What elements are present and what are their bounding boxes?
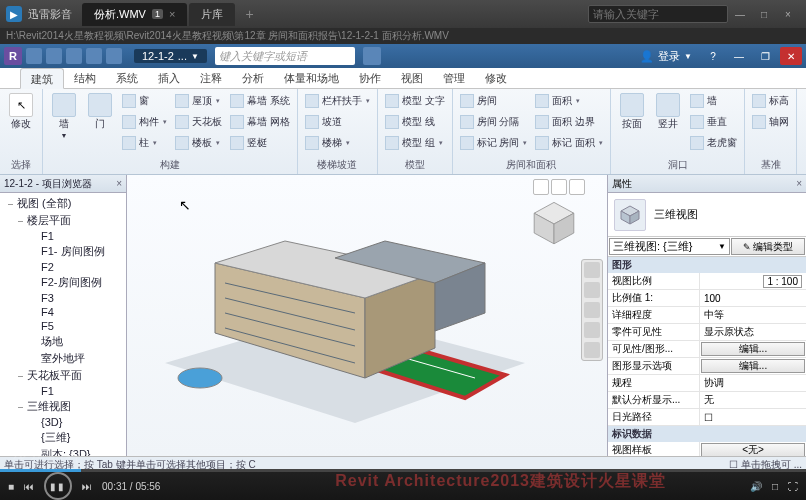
player-close-icon[interactable]: × (776, 9, 800, 20)
view-min-icon[interactable] (533, 179, 549, 195)
orbit-icon[interactable] (584, 322, 600, 338)
tree-node[interactable]: F2 (0, 260, 126, 274)
edit-type-button[interactable]: ✎ 编辑类型 (731, 238, 805, 255)
ribbon-tab-struct[interactable]: 结构 (64, 68, 106, 88)
view-max-icon[interactable] (551, 179, 567, 195)
tree-node[interactable]: F4 (0, 305, 126, 319)
pan-icon[interactable] (584, 282, 600, 298)
qat-print-icon[interactable] (106, 48, 122, 64)
tree-node[interactable]: F3 (0, 291, 126, 305)
props-value[interactable]: ☐ (700, 409, 806, 425)
door-button[interactable]: 门 (83, 91, 117, 129)
close-icon[interactable]: × (169, 8, 175, 20)
wall-button[interactable]: 墙▼ (47, 91, 81, 141)
signin-button[interactable]: 👤 登录 ▼ (634, 49, 698, 64)
player-tab-video[interactable]: 份析.WMV 1 × (82, 3, 187, 26)
ribbon-tab-sys[interactable]: 系统 (106, 68, 148, 88)
ribbon-tab-view[interactable]: 视图 (391, 68, 433, 88)
infocenter-icon[interactable] (363, 47, 381, 65)
tree-node[interactable]: F1 (0, 384, 126, 398)
set-button[interactable]: 设置 (801, 91, 806, 129)
props-value-button[interactable]: 编辑... (701, 342, 805, 356)
next-icon[interactable]: ⏭ (82, 481, 92, 492)
browser-tree[interactable]: –视图 (全部)–楼层平面F1F1- 房间图例F2F2-房间图例F3F4F5场地… (0, 193, 126, 456)
props-value-button[interactable]: <无> (701, 443, 805, 456)
ribbon-tab-annot[interactable]: 注释 (190, 68, 232, 88)
fullscreen-icon[interactable]: ⛶ (788, 481, 798, 492)
open-icon[interactable]: □ (772, 481, 778, 492)
ribbon-tab-analyze[interactable]: 分析 (232, 68, 274, 88)
props-value-button[interactable]: 编辑... (701, 359, 805, 373)
props-value[interactable]: 协调 (700, 375, 806, 391)
area-button[interactable]: 面积▾ (532, 91, 606, 111)
tree-node[interactable]: –楼层平面 (0, 212, 126, 229)
grid-button[interactable]: 轴网 (749, 112, 792, 132)
props-value[interactable]: 中等 (700, 307, 806, 323)
tag-room-button[interactable]: 标记 房间▾ (457, 133, 531, 153)
view-close-icon[interactable] (569, 179, 585, 195)
zoom-icon[interactable] (584, 302, 600, 318)
tree-node[interactable]: F1 (0, 229, 126, 243)
vertical-button[interactable]: 垂直 (687, 112, 740, 132)
props-value[interactable]: 显示原状态 (700, 324, 806, 340)
tree-node[interactable]: –三维视图 (0, 398, 126, 415)
player-max-icon[interactable]: □ (752, 9, 776, 20)
tag-area-button[interactable]: 标记 面积▾ (532, 133, 606, 153)
tree-node[interactable]: 室外地坪 (0, 350, 126, 367)
play-pause-button[interactable]: ▮▮ (44, 472, 72, 500)
wall-opening-button[interactable]: 墙 (687, 91, 740, 111)
help-icon[interactable]: ? (702, 47, 724, 65)
building-model[interactable] (155, 213, 535, 433)
viewcube[interactable] (527, 197, 581, 251)
by-face-button[interactable]: 按面 (615, 91, 649, 129)
shaft-button[interactable]: 竖井 (651, 91, 685, 129)
component-button[interactable]: 构件▾ (119, 112, 170, 132)
model-text-button[interactable]: 模型 文字 (382, 91, 448, 111)
ramp-button[interactable]: 坡道 (302, 112, 373, 132)
stair-button[interactable]: 楼梯▾ (302, 133, 373, 153)
props-value[interactable]: 无 (700, 392, 806, 408)
roof-button[interactable]: 屋顶▾ (172, 91, 225, 111)
props-value[interactable]: 1 : 100 (700, 273, 806, 289)
tree-node[interactable]: {3D} (0, 415, 126, 429)
area-boundary-button[interactable]: 面积 边界 (532, 112, 606, 132)
tree-node[interactable]: F2-房间图例 (0, 274, 126, 291)
ceiling-button[interactable]: 天花板 (172, 112, 225, 132)
level-button[interactable]: 标高 (749, 91, 792, 111)
props-value[interactable]: 100 (700, 290, 806, 306)
player-tab-library[interactable]: 片库 (189, 3, 235, 26)
volume-icon[interactable]: 🔊 (750, 481, 762, 492)
ribbon-tab-insert[interactable]: 插入 (148, 68, 190, 88)
steering-wheel-icon[interactable] (584, 262, 600, 278)
ribbon-tab-modify[interactable]: 修改 (475, 68, 517, 88)
room-button[interactable]: 房间 (457, 91, 531, 111)
qat-redo-icon[interactable] (86, 48, 102, 64)
dormer-button[interactable]: 老虎窗 (687, 133, 740, 153)
qat-undo-icon[interactable] (66, 48, 82, 64)
ribbon-tab-mass[interactable]: 体量和场地 (274, 68, 349, 88)
ribbon-tab-manage[interactable]: 管理 (433, 68, 475, 88)
tree-node[interactable]: –天花板平面 (0, 367, 126, 384)
app-menu-button[interactable]: R (4, 47, 22, 65)
tree-node[interactable]: 场地 (0, 333, 126, 350)
room-sep-button[interactable]: 房间 分隔 (457, 112, 531, 132)
app-restore-icon[interactable]: ❐ (754, 47, 776, 65)
app-close-icon[interactable]: ✕ (780, 47, 802, 65)
column-button[interactable]: 柱▾ (119, 133, 170, 153)
model-line-button[interactable]: 模型 线 (382, 112, 448, 132)
close-icon[interactable]: × (116, 178, 122, 189)
props-instance-selector[interactable]: 三维视图: {三维} ▼ (609, 238, 730, 255)
curtain-grid-button[interactable]: 幕墙 网格 (227, 112, 293, 132)
ribbon-tab-collab[interactable]: 协作 (349, 68, 391, 88)
app-min-icon[interactable]: — (728, 47, 750, 65)
player-min-icon[interactable]: — (728, 9, 752, 20)
player-tab-add[interactable]: + (237, 6, 261, 22)
model-group-button[interactable]: 模型 组▾ (382, 133, 448, 153)
window-button[interactable]: 窗 (119, 91, 170, 111)
lookaround-icon[interactable] (584, 342, 600, 358)
app-search-input[interactable]: 键入关键字或短语 (215, 47, 355, 65)
qat-save-icon[interactable] (46, 48, 62, 64)
mullion-button[interactable]: 竖梃 (227, 133, 293, 153)
prev-icon[interactable]: ⏮ (24, 481, 34, 492)
railing-button[interactable]: 栏杆扶手▾ (302, 91, 373, 111)
